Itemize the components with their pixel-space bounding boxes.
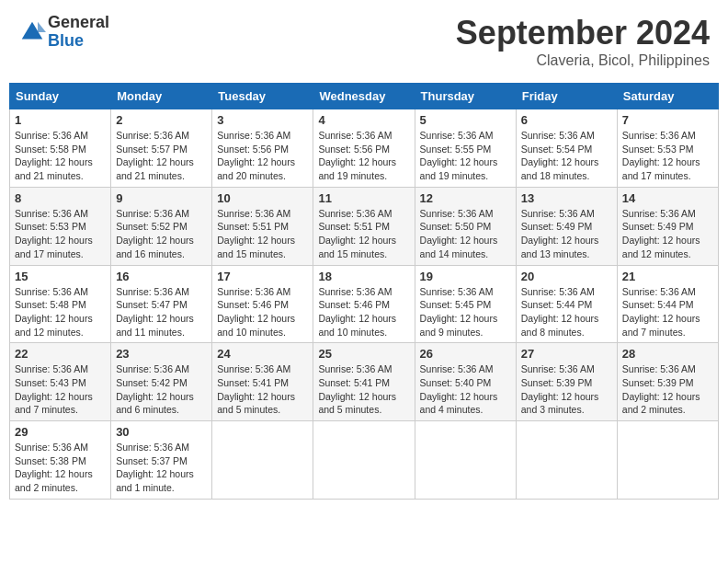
calendar-cell: 28Sunrise: 5:36 AMSunset: 5:39 PMDayligh…: [617, 343, 718, 421]
calendar-cell: 2Sunrise: 5:36 AMSunset: 5:57 PMDaylight…: [111, 109, 212, 188]
day-number: 21: [622, 270, 713, 283]
day-number: 29: [15, 425, 106, 439]
day-number: 9: [116, 191, 207, 205]
calendar-cell: [415, 421, 516, 500]
calendar-week-row: 1Sunrise: 5:36 AMSunset: 5:58 PMDaylight…: [10, 109, 719, 188]
calendar-cell: 26Sunrise: 5:36 AMSunset: 5:40 PMDayligh…: [415, 343, 516, 421]
day-detail: Sunrise: 5:36 AMSunset: 5:45 PMDaylight:…: [420, 285, 511, 339]
day-detail: Sunrise: 5:36 AMSunset: 5:49 PMDaylight:…: [521, 207, 612, 261]
calendar-cell: [212, 421, 313, 500]
day-detail: Sunrise: 5:36 AMSunset: 5:56 PMDaylight:…: [217, 129, 308, 183]
calendar-cell: 5Sunrise: 5:36 AMSunset: 5:55 PMDaylight…: [415, 109, 516, 188]
weekday-header-cell: Friday: [516, 84, 617, 109]
calendar-cell: 21Sunrise: 5:36 AMSunset: 5:44 PMDayligh…: [617, 265, 718, 343]
calendar-week-row: 15Sunrise: 5:36 AMSunset: 5:48 PMDayligh…: [10, 265, 719, 343]
calendar-week-row: 29Sunrise: 5:36 AMSunset: 5:38 PMDayligh…: [10, 421, 719, 500]
day-number: 2: [116, 113, 207, 127]
calendar-body: 1Sunrise: 5:36 AMSunset: 5:58 PMDaylight…: [10, 109, 719, 500]
month-title: September 2024: [456, 14, 710, 52]
location-title: Claveria, Bicol, Philippines: [456, 52, 710, 69]
day-number: 12: [420, 191, 511, 205]
weekday-header-row: SundayMondayTuesdayWednesdayThursdayFrid…: [10, 84, 719, 109]
day-detail: Sunrise: 5:36 AMSunset: 5:39 PMDaylight:…: [521, 362, 612, 417]
calendar-cell: 23Sunrise: 5:36 AMSunset: 5:42 PMDayligh…: [111, 343, 212, 421]
day-number: 30: [116, 425, 207, 439]
day-number: 4: [318, 113, 409, 127]
title-block: September 2024 Claveria, Bicol, Philippi…: [456, 14, 710, 69]
day-number: 17: [217, 270, 308, 283]
day-number: 20: [521, 270, 612, 283]
calendar-cell: 4Sunrise: 5:36 AMSunset: 5:56 PMDaylight…: [313, 109, 415, 188]
day-number: 18: [318, 270, 409, 283]
calendar-cell: [516, 421, 617, 500]
calendar-cell: [617, 421, 718, 500]
calendar-cell: 7Sunrise: 5:36 AMSunset: 5:53 PMDaylight…: [617, 109, 718, 188]
day-number: 22: [15, 347, 106, 361]
day-number: 27: [521, 347, 612, 361]
day-number: 26: [420, 347, 511, 361]
day-detail: Sunrise: 5:36 AMSunset: 5:48 PMDaylight:…: [15, 285, 106, 339]
day-number: 3: [217, 113, 308, 127]
calendar-cell: 18Sunrise: 5:36 AMSunset: 5:46 PMDayligh…: [313, 265, 415, 343]
day-number: 14: [622, 191, 713, 205]
calendar-cell: 10Sunrise: 5:36 AMSunset: 5:51 PMDayligh…: [212, 187, 313, 265]
logo-text: General Blue: [48, 14, 109, 51]
weekday-header-cell: Thursday: [415, 84, 516, 109]
calendar-cell: 22Sunrise: 5:36 AMSunset: 5:43 PMDayligh…: [10, 343, 111, 421]
day-number: 28: [622, 347, 713, 361]
weekday-header-cell: Sunday: [10, 84, 111, 109]
calendar-cell: 8Sunrise: 5:36 AMSunset: 5:53 PMDaylight…: [10, 187, 111, 265]
day-detail: Sunrise: 5:36 AMSunset: 5:47 PMDaylight:…: [116, 285, 207, 339]
day-number: 24: [217, 347, 308, 361]
day-detail: Sunrise: 5:36 AMSunset: 5:40 PMDaylight:…: [420, 362, 511, 417]
calendar-cell: 15Sunrise: 5:36 AMSunset: 5:48 PMDayligh…: [10, 265, 111, 343]
day-number: 1: [15, 113, 106, 127]
weekday-header-cell: Tuesday: [212, 84, 313, 109]
calendar-cell: 3Sunrise: 5:36 AMSunset: 5:56 PMDaylight…: [212, 109, 313, 188]
day-detail: Sunrise: 5:36 AMSunset: 5:53 PMDaylight:…: [15, 207, 106, 261]
calendar-cell: 9Sunrise: 5:36 AMSunset: 5:52 PMDaylight…: [111, 187, 212, 265]
day-detail: Sunrise: 5:36 AMSunset: 5:46 PMDaylight:…: [217, 285, 308, 339]
page-header: General Blue September 2024 Claveria, Bi…: [9, 9, 719, 74]
calendar-table: SundayMondayTuesdayWednesdayThursdayFrid…: [9, 83, 719, 500]
day-detail: Sunrise: 5:36 AMSunset: 5:56 PMDaylight:…: [318, 129, 409, 183]
day-detail: Sunrise: 5:36 AMSunset: 5:57 PMDaylight:…: [116, 129, 207, 183]
day-number: 5: [420, 113, 511, 127]
day-detail: Sunrise: 5:36 AMSunset: 5:41 PMDaylight:…: [318, 362, 409, 417]
day-detail: Sunrise: 5:36 AMSunset: 5:43 PMDaylight:…: [15, 362, 106, 417]
day-detail: Sunrise: 5:36 AMSunset: 5:53 PMDaylight:…: [622, 129, 713, 183]
calendar-cell: 19Sunrise: 5:36 AMSunset: 5:45 PMDayligh…: [415, 265, 516, 343]
calendar-cell: 29Sunrise: 5:36 AMSunset: 5:38 PMDayligh…: [10, 421, 111, 500]
day-detail: Sunrise: 5:36 AMSunset: 5:41 PMDaylight:…: [217, 362, 308, 417]
logo-general: General: [48, 14, 109, 32]
calendar-cell: 16Sunrise: 5:36 AMSunset: 5:47 PMDayligh…: [111, 265, 212, 343]
day-number: 15: [15, 270, 106, 283]
logo: General Blue: [18, 14, 109, 51]
day-detail: Sunrise: 5:36 AMSunset: 5:44 PMDaylight:…: [521, 285, 612, 339]
day-number: 7: [622, 113, 713, 127]
day-detail: Sunrise: 5:36 AMSunset: 5:50 PMDaylight:…: [420, 207, 511, 261]
day-number: 13: [521, 191, 612, 205]
calendar-cell: 1Sunrise: 5:36 AMSunset: 5:58 PMDaylight…: [10, 109, 111, 188]
calendar-cell: 24Sunrise: 5:36 AMSunset: 5:41 PMDayligh…: [212, 343, 313, 421]
day-detail: Sunrise: 5:36 AMSunset: 5:52 PMDaylight:…: [116, 207, 207, 261]
logo-icon: [18, 18, 46, 46]
day-detail: Sunrise: 5:36 AMSunset: 5:37 PMDaylight:…: [116, 441, 207, 495]
calendar-week-row: 22Sunrise: 5:36 AMSunset: 5:43 PMDayligh…: [10, 343, 719, 421]
day-detail: Sunrise: 5:36 AMSunset: 5:51 PMDaylight:…: [318, 207, 409, 261]
day-detail: Sunrise: 5:36 AMSunset: 5:54 PMDaylight:…: [521, 129, 612, 183]
calendar-cell: 12Sunrise: 5:36 AMSunset: 5:50 PMDayligh…: [415, 187, 516, 265]
day-detail: Sunrise: 5:36 AMSunset: 5:58 PMDaylight:…: [15, 129, 106, 183]
logo-blue: Blue: [48, 32, 109, 51]
day-detail: Sunrise: 5:36 AMSunset: 5:46 PMDaylight:…: [318, 285, 409, 339]
calendar-week-row: 8Sunrise: 5:36 AMSunset: 5:53 PMDaylight…: [10, 187, 719, 265]
day-number: 16: [116, 270, 207, 283]
day-detail: Sunrise: 5:36 AMSunset: 5:44 PMDaylight:…: [622, 285, 713, 339]
day-detail: Sunrise: 5:36 AMSunset: 5:51 PMDaylight:…: [217, 207, 308, 261]
day-detail: Sunrise: 5:36 AMSunset: 5:49 PMDaylight:…: [622, 207, 713, 261]
svg-marker-1: [38, 22, 46, 32]
day-number: 8: [15, 191, 106, 205]
day-detail: Sunrise: 5:36 AMSunset: 5:38 PMDaylight:…: [15, 441, 106, 495]
calendar-cell: 30Sunrise: 5:36 AMSunset: 5:37 PMDayligh…: [111, 421, 212, 500]
calendar-cell: [313, 421, 415, 500]
